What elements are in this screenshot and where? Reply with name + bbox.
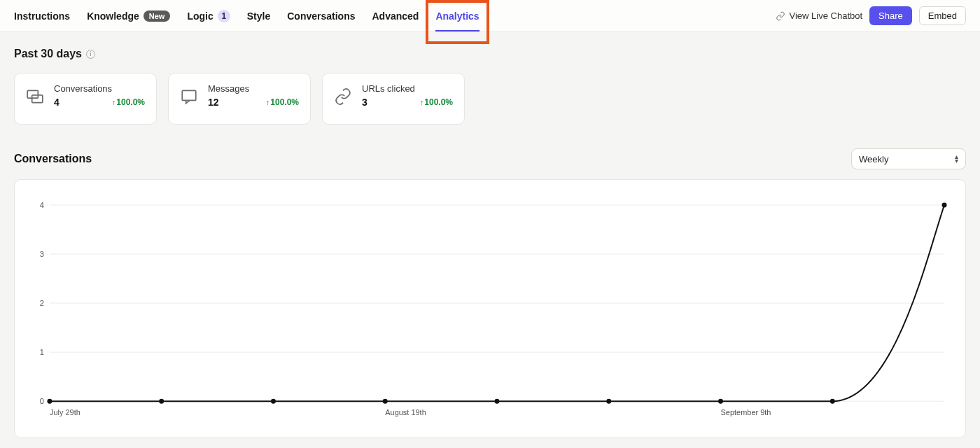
conversations-chart: 01234July 29thAugust 19thSeptember 9th	[29, 200, 951, 422]
tab-label: Logic	[187, 10, 213, 22]
content: Past 30 days i Conversations 4 ↑ 100.0%	[0, 32, 980, 438]
tab-knowledge[interactable]: Knowledge New	[87, 0, 170, 31]
svg-point-20	[494, 399, 499, 404]
tab-style[interactable]: Style	[247, 0, 270, 31]
embed-button[interactable]: Embed	[919, 6, 966, 25]
tabs-container: Instructions Knowledge New Logic 1 Style…	[14, 0, 479, 31]
view-live-label: View Live Chatbot	[790, 10, 863, 21]
svg-text:1: 1	[40, 348, 44, 356]
stat-delta: ↑ 100.0%	[266, 97, 299, 107]
svg-text:0: 0	[40, 397, 44, 405]
svg-point-23	[830, 399, 835, 404]
svg-point-24	[942, 202, 947, 207]
chart-header: Conversations Weekly ▴▾	[14, 148, 966, 169]
svg-text:3: 3	[40, 250, 44, 258]
svg-text:August 19th: August 19th	[385, 408, 426, 416]
tab-label: Advanced	[372, 10, 419, 22]
tab-advanced[interactable]: Advanced	[372, 0, 419, 31]
granularity-value: Weekly	[859, 154, 888, 164]
svg-point-18	[271, 399, 276, 404]
svg-text:September 9th: September 9th	[721, 408, 771, 416]
svg-point-16	[47, 399, 52, 404]
summary-heading-text: Past 30 days	[14, 48, 82, 60]
svg-text:4: 4	[40, 201, 44, 209]
topbar-actions: View Live Chatbot Share Embed	[776, 6, 966, 25]
svg-rect-0	[27, 90, 38, 98]
stat-card-urls: URLs clicked 3 ↑ 100.0%	[322, 73, 465, 125]
tab-analytics[interactable]: Analytics	[435, 0, 479, 31]
chart-title: Conversations	[14, 153, 92, 165]
info-icon[interactable]: i	[86, 50, 95, 59]
top-nav: Instructions Knowledge New Logic 1 Style…	[0, 0, 980, 32]
stat-label: Conversations	[54, 83, 145, 94]
svg-point-17	[159, 399, 164, 404]
tab-label: Knowledge	[87, 10, 139, 22]
stat-label: URLs clicked	[362, 83, 453, 94]
stat-value: 3	[362, 97, 368, 108]
tab-label: Style	[247, 10, 270, 22]
stat-value: 4	[54, 97, 59, 108]
messages-icon	[180, 88, 198, 106]
svg-rect-2	[182, 90, 196, 100]
conversations-icon	[26, 88, 44, 106]
stat-delta-value: 100.0%	[424, 97, 453, 107]
new-badge: New	[144, 10, 171, 22]
arrow-up-icon: ↑	[112, 98, 116, 106]
tab-instructions[interactable]: Instructions	[14, 0, 70, 31]
share-button[interactable]: Share	[869, 6, 912, 25]
count-badge: 1	[218, 10, 230, 22]
granularity-select[interactable]: Weekly ▴▾	[851, 148, 966, 169]
view-live-chatbot-link[interactable]: View Live Chatbot	[776, 10, 863, 21]
url-icon	[334, 88, 352, 106]
svg-point-21	[606, 399, 611, 404]
stat-delta: ↑ 100.0%	[112, 97, 145, 107]
chart-card: 01234July 29thAugust 19thSeptember 9th	[14, 179, 966, 438]
svg-text:July 29th: July 29th	[50, 408, 80, 416]
tab-label: Conversations	[287, 10, 355, 22]
stat-card-messages: Messages 12 ↑ 100.0%	[168, 73, 311, 125]
arrow-up-icon: ↑	[420, 98, 424, 106]
tab-label: Analytics	[435, 10, 479, 22]
stat-delta-value: 100.0%	[116, 97, 145, 107]
stat-delta: ↑ 100.0%	[420, 97, 453, 107]
svg-rect-1	[32, 95, 43, 103]
tab-logic[interactable]: Logic 1	[187, 0, 230, 31]
chevron-updown-icon: ▴▾	[955, 155, 958, 163]
stat-delta-value: 100.0%	[270, 97, 299, 107]
stats-row: Conversations 4 ↑ 100.0% Messages 12	[14, 73, 966, 125]
stat-value: 12	[208, 97, 219, 108]
tab-label: Instructions	[14, 10, 70, 22]
svg-point-19	[383, 399, 388, 404]
arrow-up-icon: ↑	[266, 98, 270, 106]
stat-label: Messages	[208, 83, 299, 94]
svg-text:2: 2	[40, 299, 44, 307]
tab-conversations[interactable]: Conversations	[287, 0, 355, 31]
stat-card-conversations: Conversations 4 ↑ 100.0%	[14, 73, 157, 125]
svg-point-22	[718, 399, 723, 404]
summary-heading: Past 30 days i	[14, 48, 966, 60]
link-icon	[776, 11, 785, 21]
